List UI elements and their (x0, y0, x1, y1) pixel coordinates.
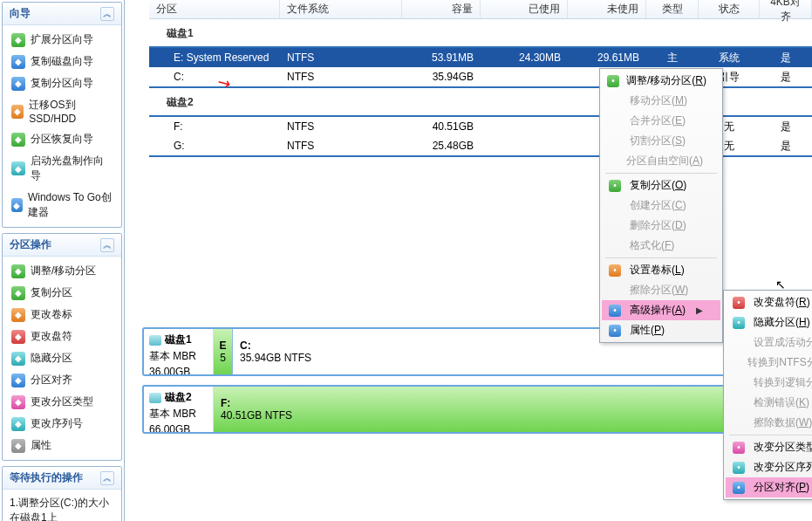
menu-label: 转换到NTFS分区(O) (747, 355, 812, 370)
menu-icon (607, 199, 623, 213)
col-used[interactable]: 已使用 (481, 0, 568, 18)
menu-label: 合并分区(E) (630, 113, 686, 128)
item-label: 扩展分区向导 (31, 32, 93, 47)
table-row[interactable]: E: System ReservedNTFS53.91MB24.30MB29.6… (149, 48, 812, 67)
menu-item: 擦除数据(W) (726, 413, 812, 433)
item-icon: ◆ (11, 395, 25, 409)
item-label: 更改卷标 (31, 307, 72, 322)
item-label: 复制磁盘向导 (31, 54, 93, 69)
menu-item[interactable]: •改变盘符(R) (726, 292, 812, 312)
col-status[interactable]: 状态 (699, 0, 760, 18)
partition-segment[interactable]: F:40.51GB NTFS (214, 387, 793, 432)
menu-icon: • (607, 264, 623, 278)
menu-label: 移动分区(M) (630, 93, 687, 108)
item-icon: ◆ (11, 198, 23, 212)
menu-label: 隐藏分区(H) (754, 315, 810, 330)
menu-item[interactable]: •高级操作(A)▶ (602, 300, 720, 320)
partition-segment[interactable]: E5 (214, 329, 233, 374)
col-capacity[interactable]: 容量 (402, 0, 481, 18)
sidebar-item[interactable]: ◆隐藏分区 (3, 347, 121, 369)
menu-item: 创建分区(C) (602, 195, 720, 216)
menu-item: 设置成活动分区(S) (726, 332, 812, 353)
menu-item[interactable]: •调整/移动分区(R) (602, 71, 720, 91)
menu-item[interactable]: •复制分区(O) (602, 175, 720, 195)
menu-icon (731, 336, 747, 350)
panel-title: 向导 (10, 6, 31, 21)
sidebar-item[interactable]: ◆调整/移动分区 (3, 260, 121, 282)
menu-label: 格式化(F) (630, 238, 674, 253)
sidebar-item[interactable]: ◆属性 (3, 435, 121, 456)
menu-item[interactable]: •改变分区类型ID(T) (726, 437, 812, 457)
menu-icon: • (607, 324, 623, 338)
menu-label: 改变盘符(R) (754, 295, 810, 310)
menu-icon (607, 114, 623, 128)
sidebar-item[interactable]: ◆Windows To Go创建器 (3, 187, 121, 223)
col-free[interactable]: 未使用 (568, 0, 646, 18)
col-type[interactable]: 类型 (646, 0, 699, 18)
menu-item[interactable]: •设置卷标(L) (602, 260, 720, 280)
sidebar-item[interactable]: ◆扩展分区向导 (3, 29, 121, 51)
menu-item: 擦除分区(W) (602, 280, 720, 300)
context-menu-advanced[interactable]: •改变盘符(R)•隐藏分区(H)设置成活动分区(S)转换到NTFS分区(O)转换… (723, 290, 812, 500)
menu-icon: • (731, 441, 747, 455)
sidebar-item[interactable]: ◆复制磁盘向导 (3, 51, 121, 72)
sidebar-item[interactable]: ◆分区对齐 (3, 369, 121, 391)
disk-icon (149, 393, 161, 403)
pending-item[interactable]: 1.调整分区(C:)的大小在磁盘1上 (3, 493, 121, 521)
panel-header-pending[interactable]: 等待执行的操作 ︽ (3, 467, 121, 490)
sidebar-item[interactable]: ◆更改序列号 (3, 413, 121, 435)
context-menu-main[interactable]: •调整/移动分区(R)移动分区(M)合并分区(E)切割分区(S)分区自由空间(A… (599, 68, 723, 343)
menu-icon (607, 284, 623, 298)
menu-label: 检测错误(K) (754, 395, 809, 410)
item-label: 分区对齐 (31, 373, 72, 387)
item-label: 复制分区 (31, 285, 72, 300)
menu-item: 切割分区(S) (602, 131, 720, 151)
sidebar-item[interactable]: ◆启动光盘制作向导 (3, 150, 121, 187)
item-label: 属性 (31, 438, 51, 453)
disk-info: 磁盘1基本 MBR36.00GB (144, 329, 214, 374)
menu-item: 转换到NTFS分区(O) (726, 353, 812, 373)
sidebar-item[interactable]: ◆分区恢复向导 (3, 128, 121, 150)
item-label: 启动光盘制作向导 (31, 154, 113, 183)
menu-label: 切割分区(S) (630, 134, 686, 148)
sidebar-item[interactable]: ◆更改分区类型 (3, 391, 121, 413)
menu-icon: • (607, 304, 623, 318)
menu-label: 擦除分区(W) (630, 283, 688, 298)
menu-icon (607, 239, 623, 253)
menu-item: 分区自由空间(A) (602, 151, 720, 171)
menu-item[interactable]: •属性(P) (602, 320, 720, 340)
sidebar-item[interactable]: ◆迁移OS到SSD/HDD (3, 94, 121, 128)
col-filesystem[interactable]: 文件系统 (280, 0, 402, 18)
menu-item[interactable]: •隐藏分区(H) (726, 312, 812, 332)
col-partition[interactable]: 分区 (149, 0, 280, 18)
menu-item: 检测错误(K) (726, 393, 812, 413)
menu-icon: • (731, 296, 747, 310)
menu-item[interactable]: •分区对齐(P) (726, 477, 812, 497)
col-4k-align[interactable]: 4KB对齐 (760, 0, 812, 18)
disk-info: 磁盘2基本 MBR66.00GB (144, 387, 214, 432)
sidebar-item[interactable]: ◆更改盘符 (3, 326, 121, 347)
item-icon: ◆ (11, 105, 24, 119)
sidebar-item[interactable]: ◆更改卷标 (3, 304, 121, 326)
menu-label: 复制分区(O) (630, 178, 686, 193)
menu-icon (731, 376, 747, 390)
menu-item: 合并分区(E) (602, 111, 720, 131)
item-label: 隐藏分区 (31, 351, 72, 366)
sidebar: 向导 ︽ ◆扩展分区向导◆复制磁盘向导◆复制分区向导◆迁移OS到SSD/HDD◆… (0, 0, 125, 521)
menu-label: 删除分区(D) (630, 218, 686, 233)
panel-header-wizard[interactable]: 向导 ︽ (3, 3, 121, 25)
chevron-up-icon[interactable]: ︽ (100, 7, 114, 21)
menu-label: 分区自由空间(A) (626, 154, 703, 168)
menu-item[interactable]: •改变分区序列号(M) (726, 457, 812, 477)
panel-header-ops[interactable]: 分区操作 ︽ (3, 234, 121, 257)
panel-title: 分区操作 (10, 237, 51, 252)
chevron-up-icon[interactable]: ︽ (100, 238, 114, 252)
menu-icon (731, 396, 747, 410)
menu-label: 高级操作(A) (630, 303, 686, 318)
chevron-up-icon[interactable]: ︽ (100, 471, 114, 485)
disk-block[interactable]: 磁盘2基本 MBR66.00GBF:40.51GB NTFS (142, 385, 795, 434)
item-icon: ◆ (11, 308, 25, 322)
sidebar-item[interactable]: ◆复制分区 (3, 282, 121, 304)
sidebar-item[interactable]: ◆复制分区向导 (3, 72, 121, 94)
menu-label: 分区对齐(P) (754, 480, 809, 495)
